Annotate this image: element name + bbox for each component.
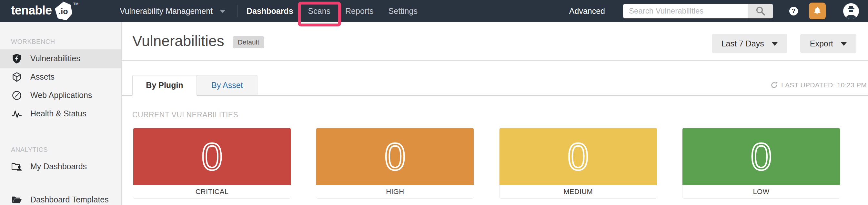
sidebar-item-label: Vulnerabilities xyxy=(30,54,80,63)
severity-cards: 0 CRITICAL 0 HIGH 0 MEDIUM 0 LOW xyxy=(133,128,840,199)
severity-count: 0 xyxy=(384,138,406,176)
severity-card-body: 0 xyxy=(499,128,657,185)
severity-card-body: 0 xyxy=(682,128,840,185)
severity-count: 0 xyxy=(750,138,772,176)
nav-link-dashboards[interactable]: Dashboards xyxy=(247,6,293,16)
search-button[interactable] xyxy=(748,4,773,19)
date-range-dropdown[interactable]: Last 7 Days xyxy=(712,34,787,53)
sidebar-item-my-dashboards[interactable]: My Dashboards xyxy=(0,157,121,176)
tab-by-asset[interactable]: By Asset xyxy=(197,75,257,96)
date-range-value: Last 7 Days xyxy=(721,39,764,48)
severity-card-label: LOW xyxy=(682,185,840,198)
sidebar-section-workbench: WORKBENCH xyxy=(11,38,121,45)
default-badge: Default xyxy=(232,36,265,48)
nav-link-scans[interactable]: Scans xyxy=(308,6,331,15)
search-icon xyxy=(755,6,766,16)
bell-icon xyxy=(812,5,823,16)
header-actions: Last 7 Days Export xyxy=(712,34,857,53)
brand-hexagon-icon: .io xyxy=(54,1,73,21)
folder-open-icon xyxy=(11,195,22,205)
sidebar-item-label: Dashboard Templates xyxy=(30,195,109,204)
navbar-divider xyxy=(237,5,238,17)
export-dropdown[interactable]: Export xyxy=(800,34,857,53)
page-header: Vulnerabilities Default Last 7 Days Expo… xyxy=(122,22,868,61)
refresh-icon[interactable] xyxy=(770,81,778,89)
svg-text:.io: .io xyxy=(58,7,68,16)
shield-bolt-icon xyxy=(11,54,22,64)
sidebar-item-label: Web Applications xyxy=(30,91,92,100)
chevron-down-icon xyxy=(220,10,225,13)
chevron-down-icon xyxy=(841,42,847,46)
sidebar-item-web-applications[interactable]: Web Applications xyxy=(0,86,121,104)
severity-card-label: MEDIUM xyxy=(499,185,657,198)
sidebar-item-label: Health & Status xyxy=(30,109,87,118)
user-avatar[interactable] xyxy=(843,3,859,19)
question-mark-icon: ? xyxy=(792,7,796,14)
product-switcher[interactable]: Vulnerability Management xyxy=(120,6,225,16)
page-title: Vulnerabilities xyxy=(132,32,224,49)
severity-card-high[interactable]: 0 HIGH xyxy=(316,128,474,199)
tab-strip: By Plugin By Asset LAST UPDATED: 10:23 P… xyxy=(122,75,868,96)
last-updated: LAST UPDATED: 10:23 PM xyxy=(770,81,867,89)
severity-card-body: 0 xyxy=(316,128,474,185)
sidebar-section-analytics: ANALYTICS xyxy=(11,146,121,153)
sidebar-item-label: Assets xyxy=(30,72,55,81)
severity-count: 0 xyxy=(567,138,589,176)
nav-link-settings[interactable]: Settings xyxy=(389,6,417,16)
nav-link-reports[interactable]: Reports xyxy=(345,6,374,16)
severity-card-medium[interactable]: 0 MEDIUM xyxy=(499,128,657,199)
sidebar-item-label: My Dashboards xyxy=(30,162,87,171)
severity-card-critical[interactable]: 0 CRITICAL xyxy=(133,128,291,199)
current-vulnerabilities-label: CURRENT VULNERABILITIES xyxy=(132,110,868,119)
navbar-right-group: Advanced ? xyxy=(569,3,859,19)
main-content: Vulnerabilities Default Last 7 Days Expo… xyxy=(122,22,868,205)
tenable-logo[interactable]: tenable .io TM xyxy=(11,1,79,21)
chevron-down-icon xyxy=(772,42,778,46)
last-updated-text: LAST UPDATED: 10:23 PM xyxy=(781,81,867,89)
severity-card-body: 0 xyxy=(133,128,291,185)
folder-user-icon xyxy=(11,162,22,172)
sidebar-item-assets[interactable]: Assets xyxy=(0,68,121,86)
search-input[interactable] xyxy=(623,4,748,19)
severity-card-label: CRITICAL xyxy=(133,185,291,198)
cube-icon xyxy=(11,72,22,82)
primary-nav: Dashboards Scans Reports Settings xyxy=(247,6,417,16)
severity-count: 0 xyxy=(202,138,223,176)
tab-by-plugin[interactable]: By Plugin xyxy=(132,75,197,96)
export-label: Export xyxy=(810,39,833,48)
advanced-search-link[interactable]: Advanced xyxy=(569,6,605,16)
sidebar-item-dashboard-templates[interactable]: Dashboard Templates xyxy=(0,191,121,205)
severity-card-label: HIGH xyxy=(316,185,474,198)
severity-card-low[interactable]: 0 LOW xyxy=(682,128,840,199)
web-app-icon xyxy=(11,90,22,101)
trademark-mark: TM xyxy=(73,2,79,6)
person-icon xyxy=(843,3,859,19)
search-group xyxy=(623,4,773,19)
top-navbar: tenable .io TM Vulnerability Management … xyxy=(0,0,868,22)
product-switcher-label: Vulnerability Management xyxy=(120,6,213,16)
pulse-icon xyxy=(11,109,22,119)
sidebar: WORKBENCH Vulnerabilities Assets Web App… xyxy=(0,22,122,205)
sidebar-item-vulnerabilities[interactable]: Vulnerabilities xyxy=(0,49,121,68)
sidebar-item-health-status[interactable]: Health & Status xyxy=(0,104,121,123)
help-button[interactable]: ? xyxy=(789,7,798,15)
nav-link-scans-wrapper: Scans xyxy=(308,6,331,16)
brand-name: tenable xyxy=(11,1,52,20)
notifications-button[interactable] xyxy=(809,3,826,19)
